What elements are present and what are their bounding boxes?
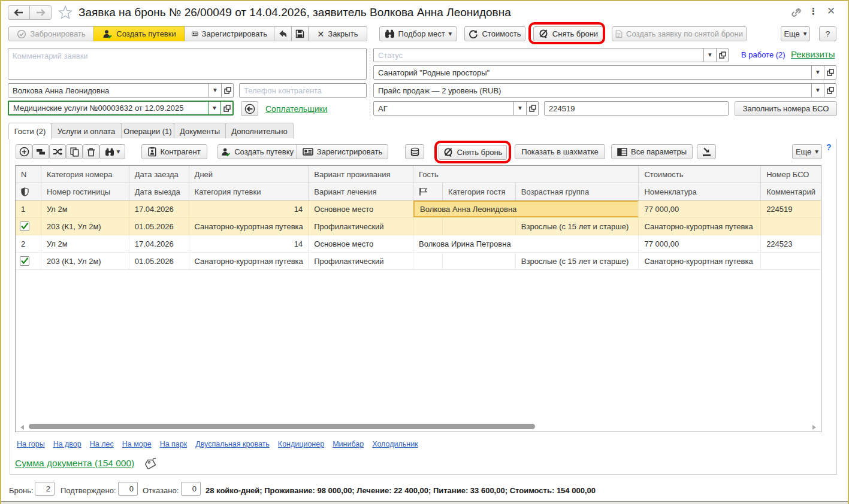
feature-link[interactable]: На двор xyxy=(53,440,81,448)
feature-link[interactable]: Двуспальная кровать xyxy=(195,440,270,448)
tab-services[interactable]: Услуги и оплата xyxy=(51,123,122,139)
agency-open-button[interactable] xyxy=(526,102,538,115)
table-cell xyxy=(443,218,516,235)
undo-icon xyxy=(278,29,288,38)
tab-guests[interactable]: Гости (2) xyxy=(8,123,52,139)
status-field[interactable]: Статус ▼ xyxy=(373,48,729,62)
feature-link[interactable]: Минибар xyxy=(333,440,364,448)
contract-field[interactable]: Медицинские услуги №00003632 от 12.09.20… xyxy=(8,101,234,116)
counterparty-button[interactable]: Контрагент xyxy=(141,144,207,159)
sanatorium-dropdown[interactable]: ▼ xyxy=(811,66,824,79)
phone-field[interactable]: Телефон контрагента xyxy=(239,83,367,98)
table-cell: Санаторно-курортная путевка xyxy=(639,253,761,269)
agency-field[interactable]: АГ ▼ xyxy=(373,101,539,116)
recalc-cost-button[interactable] xyxy=(405,144,424,159)
undo-button[interactable] xyxy=(274,26,292,41)
all-params-button[interactable]: Все параметры xyxy=(611,144,693,159)
h-scrollbar[interactable] xyxy=(15,424,821,432)
window-menu-icon[interactable]: ⋮ xyxy=(809,6,817,19)
tab-documents[interactable]: Документы xyxy=(174,123,226,139)
scrollbar-thumb[interactable] xyxy=(29,424,535,429)
window-close-icon[interactable]: ✕ xyxy=(825,5,837,18)
feature-link[interactable]: На море xyxy=(122,440,152,448)
status-dropdown[interactable]: ▼ xyxy=(703,48,716,62)
contract-dropdown[interactable]: ▼ xyxy=(208,102,220,114)
table-row[interactable]: 2Ул 2м17.04.202614Основное местоВолкова … xyxy=(16,235,821,253)
price-tag-icon[interactable] xyxy=(143,457,158,469)
save-button[interactable] xyxy=(291,26,309,41)
register-row-button[interactable]: Зарегистрировать xyxy=(297,144,388,159)
requisites-link[interactable]: Реквизиты xyxy=(791,49,835,59)
dropdown-caret-icon: ▼ xyxy=(815,150,818,154)
contractor-dropdown[interactable]: ▼ xyxy=(209,84,221,97)
bso-number-field[interactable]: 224519 xyxy=(544,101,729,116)
close-button[interactable]: ✕ Закрыть xyxy=(308,26,367,41)
sanatorium-field[interactable]: Санаторий "Родные просторы" ▼ xyxy=(373,65,836,80)
copayers-link[interactable]: Соплательщики xyxy=(265,104,327,114)
form-divider xyxy=(370,48,370,116)
cost-button[interactable]: Стоимость xyxy=(464,26,525,41)
in-progress-status[interactable]: В работе (2) xyxy=(741,50,785,59)
register-button[interactable]: Зарегистрировать xyxy=(185,26,274,41)
show-in-grid-button[interactable]: Показать в шахматке xyxy=(515,144,605,159)
feature-link[interactable]: На парк xyxy=(160,440,188,448)
document-sum-link[interactable]: Сумма документа (154 000) xyxy=(15,458,134,469)
delete-row-button[interactable] xyxy=(83,144,99,159)
declined-count-field[interactable]: 0 xyxy=(181,482,201,496)
agency-dropdown[interactable]: ▼ xyxy=(513,102,526,115)
table-row[interactable]: 203 (К1, Ул 2м)01.05.2026Санаторно-курор… xyxy=(16,253,821,270)
add-row-button[interactable] xyxy=(16,144,32,159)
bron-count-field[interactable]: 2 xyxy=(35,482,55,496)
price-type-open-button[interactable] xyxy=(824,84,836,97)
dropdown-caret-icon: ▼ xyxy=(213,106,216,111)
help-button[interactable]: ? xyxy=(819,26,836,41)
price-type-dropdown[interactable]: ▼ xyxy=(811,84,824,97)
copy-row-button[interactable] xyxy=(66,144,83,159)
tab-additional[interactable]: Дополнительно xyxy=(225,123,294,139)
comment-field[interactable]: Комментарий заявки xyxy=(8,48,367,80)
price-type-field[interactable]: Прайс продаж — 2 уровень (RUB) ▼ xyxy=(373,83,836,98)
table-more-button[interactable]: Еще ▼ xyxy=(792,144,822,159)
scroll-left-icon[interactable] xyxy=(20,425,24,430)
seat-selection-button[interactable]: Подбор мест ▼ xyxy=(379,26,457,41)
unbook-row-button[interactable]: Снять бронь xyxy=(439,145,507,160)
get-link-icon[interactable] xyxy=(791,7,802,18)
table-row[interactable]: 1Ул 2м17.04.202614Основное местоВолкова … xyxy=(16,201,821,218)
forward-button[interactable] xyxy=(29,5,52,20)
table-help-link[interactable]: ? xyxy=(826,142,832,152)
table-toolbar-icons: ▼ xyxy=(16,144,125,159)
confirmed-count-field[interactable]: 0 xyxy=(118,482,138,496)
unbook-button[interactable]: Снять брони xyxy=(533,26,603,41)
favorite-star-icon[interactable] xyxy=(58,5,72,19)
back-button[interactable] xyxy=(8,5,30,20)
contractor-open-button[interactable] xyxy=(221,84,233,97)
scroll-right-icon[interactable] xyxy=(812,425,816,430)
book-button[interactable]: Забронировать xyxy=(8,26,94,41)
create-from-cancelled-button[interactable]: Создать заявку по снятой брони xyxy=(612,26,747,41)
table-row[interactable]: 203 (К1, Ул 2м)01.05.2026Санаторно-курор… xyxy=(16,218,821,235)
search-button[interactable]: ▼ xyxy=(99,144,125,159)
tab-operations[interactable]: Операции (1) xyxy=(121,123,174,139)
feature-link[interactable]: На лес xyxy=(90,440,114,448)
card-icon xyxy=(192,29,198,38)
more-button[interactable]: Еще ▼ xyxy=(781,26,810,41)
contractor-field[interactable]: Волкова Анна Леонидовна ▼ xyxy=(8,83,234,98)
levels-button[interactable] xyxy=(32,144,49,159)
create-voucher-button[interactable]: Создать путевку xyxy=(217,144,297,159)
contract-open-button[interactable] xyxy=(220,102,232,114)
row-checkbox[interactable] xyxy=(20,256,29,266)
status-open-button[interactable] xyxy=(716,48,728,62)
create-vouchers-button[interactable]: Создать путевки xyxy=(93,26,185,41)
circle-back-arrow-icon xyxy=(244,104,255,114)
copayers-back-button[interactable] xyxy=(241,101,258,116)
row-checkbox[interactable] xyxy=(20,221,29,231)
feature-link[interactable]: Холодильник xyxy=(372,440,418,448)
fill-bso-button[interactable]: Заполнить номера БСО xyxy=(735,101,837,116)
shuffle-button[interactable] xyxy=(49,144,66,159)
sanatorium-open-button[interactable] xyxy=(824,66,836,79)
feature-link[interactable]: Кондиционер xyxy=(278,440,324,448)
dropdown-caret-icon: ▼ xyxy=(816,70,820,75)
feature-link[interactable]: На горы xyxy=(17,440,45,448)
output-list-button[interactable] xyxy=(697,144,716,159)
selected-guest-cell[interactable]: Волкова Анна Леонидовна xyxy=(420,205,516,214)
